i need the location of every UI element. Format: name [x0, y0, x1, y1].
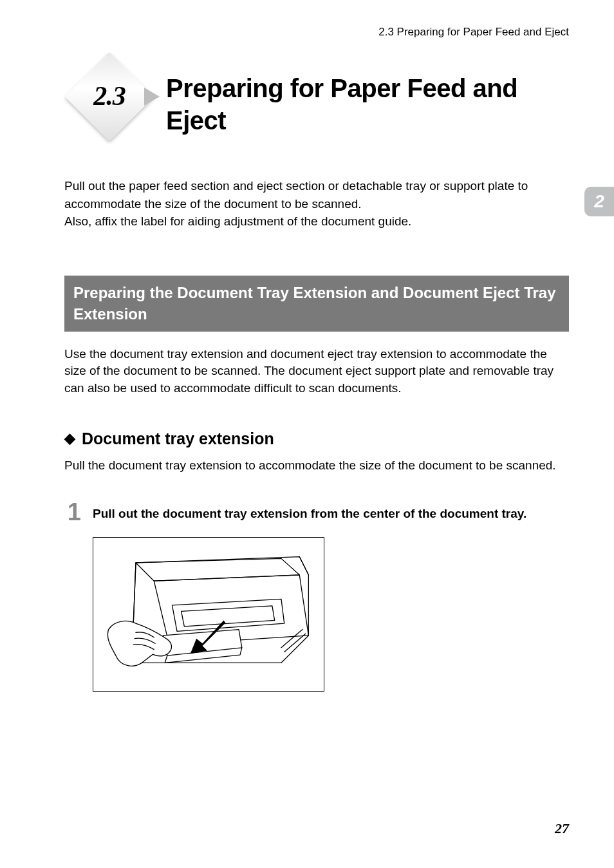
- subsection-title: Document tray extension: [82, 429, 274, 448]
- section-number: 2.3: [93, 80, 126, 111]
- main-title: Preparing for Paper Feed and Eject: [166, 58, 569, 137]
- page-number: 27: [555, 820, 569, 837]
- page: 2.3 Preparing for Paper Feed and Eject 2…: [0, 0, 614, 868]
- intro-text: Pull out the paper feed section and ejec…: [64, 177, 569, 231]
- chevron-right-icon: [144, 88, 160, 106]
- section-body: Use the document tray extension and docu…: [64, 346, 569, 397]
- step-1: 1 Pull out the document tray extension f…: [64, 500, 569, 524]
- running-head: 2.3 Preparing for Paper Feed and Eject: [64, 26, 569, 39]
- printer-illustration-icon: [97, 542, 320, 687]
- section-number-diamond: 2.3: [64, 52, 154, 142]
- step-number: 1: [64, 500, 81, 524]
- section-heading-bar: Preparing the Document Tray Extension an…: [64, 276, 569, 332]
- illustration-tray-extension: [93, 537, 324, 692]
- diamond-bullet-icon: ◆: [64, 430, 75, 447]
- chapter-tab: 2: [584, 187, 614, 216]
- subsection-heading: ◆ Document tray extension: [64, 429, 569, 448]
- step-instruction: Pull out the document tray extension fro…: [93, 500, 526, 524]
- intro-line1: Pull out the paper feed section and ejec…: [64, 179, 528, 211]
- intro-line2: Also, affix the label for aiding adjustm…: [64, 214, 411, 228]
- subsection-body: Pull the document tray extension to acco…: [64, 457, 569, 475]
- title-block: 2.3 Preparing for Paper Feed and Eject: [64, 58, 569, 142]
